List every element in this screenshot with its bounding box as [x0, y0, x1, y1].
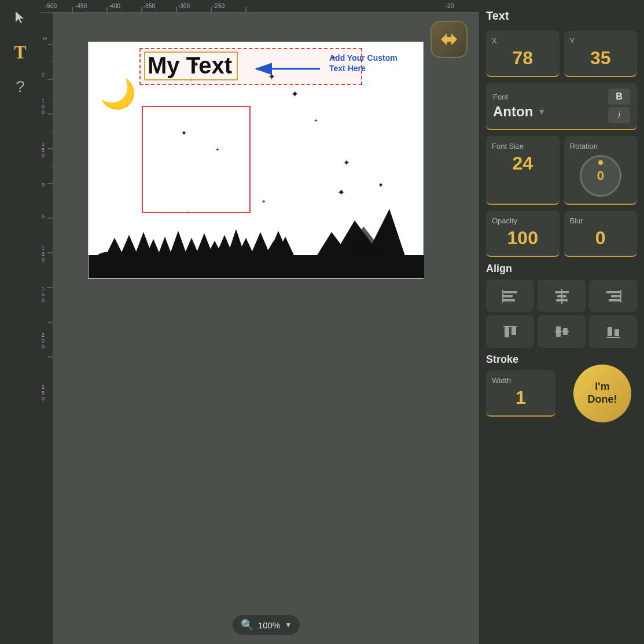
x-value: 78	[492, 47, 554, 69]
svg-rect-87	[503, 299, 515, 301]
svg-text:-300: -300	[178, 3, 190, 9]
svg-text:1: 1	[42, 245, 45, 251]
fontsize-rotation-row: Font Size 24 Rotation 0	[486, 136, 637, 205]
svg-text:5: 5	[42, 147, 45, 153]
svg-rect-102	[555, 331, 569, 332]
x-field[interactable]: X 78	[486, 31, 560, 77]
svg-text:5: 5	[42, 390, 45, 396]
svg-rect-86	[503, 295, 513, 297]
canvas-viewport[interactable]: ✦ ✦ + ✦ ✦ + ✦ ✦ + + + ✦ 🌙	[53, 13, 479, 644]
opacity-label: Opacity	[492, 216, 554, 225]
done-button[interactable]: I'mDone!	[573, 365, 631, 422]
svg-rect-103	[608, 327, 612, 336]
align-grid	[486, 279, 637, 348]
panel-title: Text	[486, 9, 637, 23]
svg-text:-350: -350	[143, 3, 155, 9]
rotation-field[interactable]: Rotation 0	[564, 136, 638, 205]
svg-rect-104	[614, 329, 619, 336]
ruler-top: -500 -450 -400 -350 -300 -250 -20	[41, 0, 479, 13]
svg-rect-99	[503, 326, 517, 327]
font-size-field[interactable]: Font Size 24	[486, 136, 560, 205]
align-center-h-button[interactable]	[538, 279, 586, 312]
opacity-blur-row: Opacity 100 Blur 0	[486, 211, 637, 257]
svg-text:2: 2	[42, 332, 45, 338]
help-tool[interactable]: ?	[9, 75, 32, 98]
svg-text:1: 1	[42, 286, 45, 292]
align-top-button[interactable]	[486, 315, 534, 348]
svg-text:-250: -250	[213, 3, 225, 9]
align-bottom-button[interactable]	[589, 315, 637, 348]
select-tool[interactable]	[9, 6, 32, 29]
svg-text:-500: -500	[45, 3, 57, 9]
font-style-buttons: B i	[608, 89, 630, 123]
stroke-width-field[interactable]: Width 1	[486, 370, 555, 417]
svg-text:5: 5	[42, 37, 48, 40]
svg-text:-450: -450	[75, 3, 87, 9]
design-canvas: ✦ ✦ + ✦ ✦ + ✦ ✦ + + + ✦ 🌙	[88, 42, 424, 279]
stroke-title: Stroke	[486, 354, 637, 366]
svg-point-83	[168, 252, 194, 260]
svg-point-82	[135, 252, 158, 260]
svg-text:0: 0	[42, 104, 45, 109]
font-dropdown-arrow[interactable]: ▼	[538, 107, 546, 116]
main-text[interactable]: My Text	[148, 53, 232, 79]
align-left-button[interactable]	[486, 279, 534, 312]
svg-rect-80	[277, 252, 279, 257]
flip-horizontal-button[interactable]	[430, 21, 468, 58]
align-section: Align	[486, 263, 637, 348]
canvas-with-ruler: 5 2 1 0 0 1 5 0 0 5 1 0 0 1	[41, 13, 479, 644]
font-name-area: Font Anton ▼	[493, 93, 601, 120]
svg-marker-0	[16, 12, 24, 23]
svg-text:0: 0	[42, 257, 45, 263]
font-size-value: 24	[492, 153, 554, 174]
svg-text:0: 0	[42, 109, 45, 115]
svg-point-84	[205, 253, 226, 260]
text-tool[interactable]: T	[9, 41, 32, 64]
zoom-value: 100%	[258, 620, 280, 630]
blur-field[interactable]: Blur 0	[564, 211, 638, 257]
font-size-label: Font Size	[492, 142, 554, 150]
svg-text:0: 0	[42, 338, 45, 344]
moon-decoration: 🌙	[100, 77, 136, 111]
svg-rect-94	[611, 295, 620, 297]
svg-text:5: 5	[42, 214, 45, 219]
svg-rect-93	[606, 291, 620, 293]
y-field[interactable]: Y 35	[564, 31, 638, 77]
svg-text:0: 0	[42, 396, 45, 402]
bold-button[interactable]: B	[608, 89, 630, 105]
y-label: Y	[570, 36, 632, 45]
svg-marker-65	[120, 235, 138, 255]
svg-marker-68	[158, 237, 172, 255]
left-toolbar: T ?	[0, 0, 41, 644]
svg-text:2: 2	[42, 72, 45, 78]
blur-value: 0	[570, 227, 632, 249]
svg-text:0: 0	[42, 297, 45, 303]
stroke-section: Stroke Width 1 I'mDone!	[486, 354, 637, 434]
opacity-field[interactable]: Opacity 100	[486, 211, 560, 257]
svg-text:-400: -400	[109, 3, 120, 9]
italic-button[interactable]: i	[608, 107, 630, 123]
stroke-row: Width 1 I'mDone!	[486, 370, 637, 434]
svg-text:5: 5	[42, 292, 45, 297]
svg-point-81	[97, 252, 126, 261]
rotation-value: 0	[597, 168, 604, 183]
font-name[interactable]: Anton	[493, 104, 533, 120]
zoom-dropdown-arrow[interactable]: ▼	[285, 621, 292, 629]
svg-rect-105	[606, 337, 620, 338]
svg-text:1: 1	[42, 98, 45, 104]
align-right-button[interactable]	[589, 279, 637, 312]
svg-rect-92	[561, 289, 562, 304]
rotation-label: Rotation	[570, 142, 632, 150]
svg-text:0: 0	[42, 182, 45, 187]
rotation-circle[interactable]: 0	[580, 155, 621, 197]
canvas-area: -500 -450 -400 -350 -300 -250 -20	[41, 0, 479, 644]
done-text: I'mDone!	[588, 381, 617, 406]
svg-text:0: 0	[42, 251, 45, 257]
svg-rect-85	[503, 291, 517, 293]
svg-text:0: 0	[42, 344, 45, 349]
stroke-width-label: Width	[492, 376, 550, 385]
svg-text:-20: -20	[446, 3, 454, 9]
svg-rect-96	[620, 290, 621, 303]
align-middle-v-button[interactable]	[538, 315, 586, 348]
svg-rect-98	[511, 327, 516, 335]
